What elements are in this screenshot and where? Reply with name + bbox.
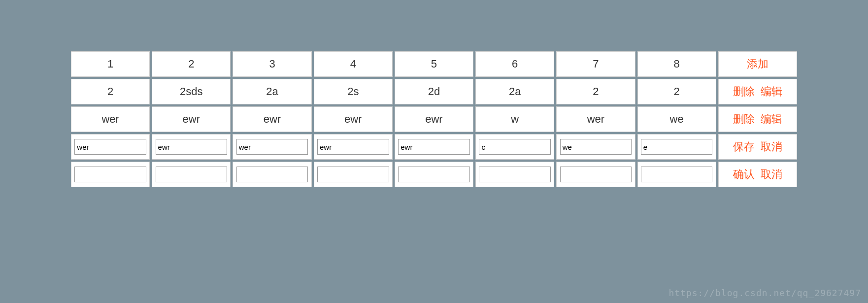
edit-cell: [637, 134, 716, 160]
edit-cell: [314, 134, 393, 160]
table-cell: 2d: [395, 79, 473, 104]
edit-input[interactable]: [479, 139, 551, 155]
edit-cell: [556, 134, 635, 160]
header-actions: 添加: [718, 51, 797, 77]
new-cell: [395, 162, 473, 187]
edit-input[interactable]: [156, 139, 228, 155]
delete-button[interactable]: 删除: [733, 113, 755, 125]
table-cell: ewr: [395, 106, 473, 132]
edit-actions: 保存 取消: [718, 134, 797, 160]
new-input[interactable]: [74, 167, 146, 182]
new-cell: [233, 162, 311, 187]
row-actions: 删除 编辑: [718, 106, 797, 132]
new-cell: [152, 162, 231, 187]
header-cell: 3: [233, 51, 311, 77]
header-cell: 4: [314, 51, 393, 77]
edit-input[interactable]: [74, 139, 146, 155]
table-cell: we: [637, 106, 716, 132]
edit-button[interactable]: 编辑: [761, 85, 782, 98]
new-row: 确认 取消: [71, 162, 797, 187]
new-input[interactable]: [560, 167, 632, 182]
table-cell: 2: [71, 79, 150, 104]
edit-cell: [152, 134, 231, 160]
edit-cell: [71, 134, 150, 160]
header-row: 1 2 3 4 5 6 7 8 添加: [71, 51, 797, 77]
edit-input[interactable]: [560, 139, 632, 155]
new-actions: 确认 取消: [718, 162, 797, 187]
table-cell: ewr: [233, 106, 311, 132]
new-input[interactable]: [317, 167, 389, 182]
header-cell: 5: [395, 51, 473, 77]
new-cell: [637, 162, 716, 187]
edit-row: 保存 取消: [71, 134, 797, 160]
edit-input[interactable]: [317, 139, 389, 155]
new-input[interactable]: [398, 167, 470, 182]
table-cell: 2a: [233, 79, 311, 104]
table-cell: 2: [637, 79, 716, 104]
data-table: 1 2 3 4 5 6 7 8 添加 2 2sds 2a 2s 2d 2a 2 …: [69, 49, 799, 189]
new-cell: [71, 162, 150, 187]
header-cell: 7: [556, 51, 635, 77]
table-cell: wer: [556, 106, 635, 132]
new-cell: [475, 162, 554, 187]
cancel-button[interactable]: 取消: [761, 168, 782, 180]
table-cell: wer: [71, 106, 150, 132]
add-button[interactable]: 添加: [747, 58, 768, 70]
edit-cell: [475, 134, 554, 160]
edit-input[interactable]: [641, 139, 713, 155]
table-cell: ewr: [314, 106, 393, 132]
confirm-button[interactable]: 确认: [733, 168, 755, 180]
edit-cell: [395, 134, 473, 160]
edit-cell: [233, 134, 311, 160]
new-cell: [314, 162, 393, 187]
header-cell: 1: [71, 51, 150, 77]
new-cell: [556, 162, 635, 187]
row-actions: 删除 编辑: [718, 79, 797, 104]
save-button[interactable]: 保存: [733, 140, 755, 153]
table-row: 2 2sds 2a 2s 2d 2a 2 2 删除 编辑: [71, 79, 797, 104]
edit-button[interactable]: 编辑: [761, 113, 782, 125]
header-cell: 6: [475, 51, 554, 77]
new-input[interactable]: [156, 167, 228, 182]
table-cell: ewr: [152, 106, 231, 132]
new-input[interactable]: [479, 167, 551, 182]
table-cell: 2a: [475, 79, 554, 104]
new-input[interactable]: [236, 167, 308, 182]
new-input[interactable]: [641, 167, 713, 182]
header-cell: 2: [152, 51, 231, 77]
table-cell: w: [475, 106, 554, 132]
cancel-button[interactable]: 取消: [761, 140, 782, 153]
edit-input[interactable]: [398, 139, 470, 155]
header-cell: 8: [637, 51, 716, 77]
edit-input[interactable]: [236, 139, 308, 155]
table-cell: 2s: [314, 79, 393, 104]
table-cell: 2sds: [152, 79, 231, 104]
watermark: https://blog.csdn.net/qq_29627497: [668, 288, 861, 298]
table-row: wer ewr ewr ewr ewr w wer we 删除 编辑: [71, 106, 797, 132]
table-cell: 2: [556, 79, 635, 104]
delete-button[interactable]: 删除: [733, 85, 755, 98]
